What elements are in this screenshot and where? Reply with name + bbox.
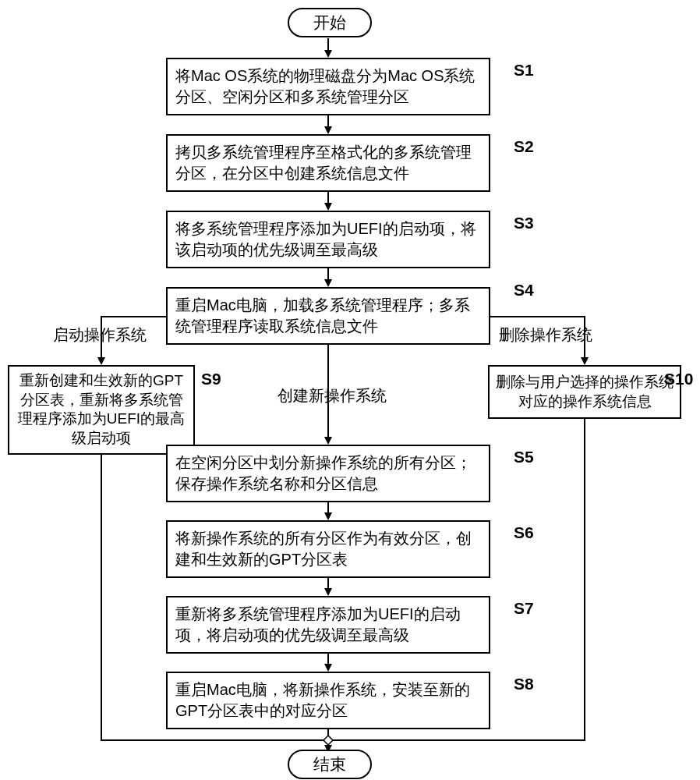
step-s5: 在空闲分区中划分新操作系统的所有分区；保存操作系统名称和分区信息 <box>166 445 490 502</box>
step-s1: 将Mac OS系统的物理磁盘分为Mac OS系统分区、空闲分区和多系统管理分区 <box>166 58 490 115</box>
step-label-s1: S1 <box>514 61 534 80</box>
step-label-s2: S2 <box>514 137 534 156</box>
step-label-s7: S7 <box>514 599 534 618</box>
branch-label-boot: 启动操作系统 <box>53 324 147 346</box>
terminal-end: 结束 <box>288 750 372 779</box>
svg-marker-9 <box>323 736 333 745</box>
step-s2: 拷贝多系统管理程序至格式化的多系统管理分区，在分区中创建系统信息文件 <box>166 134 490 192</box>
step-s4: 重启Mac电脑，加载多系统管理程序；多系统管理程序读取系统信息文件 <box>166 287 490 345</box>
step-label-s4: S4 <box>514 281 534 300</box>
step-label-s10: S10 <box>664 370 693 388</box>
terminal-start: 开始 <box>288 8 372 37</box>
branch-label-delete: 删除操作系统 <box>499 324 592 346</box>
step-label-s8: S8 <box>514 675 534 693</box>
step-label-s9: S9 <box>201 370 221 388</box>
flowchart-canvas: 开始 将Mac OS系统的物理磁盘分为Mac OS系统分区、空闲分区和多系统管理… <box>0 0 700 780</box>
step-label-s6: S6 <box>514 523 534 542</box>
step-s6: 将新操作系统的所有分区作为有效分区，创建和生效新的GPT分区表 <box>166 520 490 578</box>
step-label-s5: S5 <box>514 448 534 466</box>
step-label-s3: S3 <box>514 214 534 232</box>
branch-label-create: 创建新操作系统 <box>278 385 387 406</box>
step-s8: 重启Mac电脑，将新操作系统，安装至新的GPT分区表中的对应分区 <box>166 672 490 729</box>
step-s10: 删除与用户选择的操作系统对应的操作系统信息 <box>488 365 681 419</box>
step-s7: 重新将多系统管理程序添加为UEFI的启动项，将启动项的优先级调至最高级 <box>166 596 490 654</box>
step-s9: 重新创建和生效新的GPT分区表，重新将多系统管理程序添加为UEFI的最高级启动项 <box>8 365 195 455</box>
step-s3: 将多系统管理程序添加为UEFI的启动项，将该启动项的优先级调至最高级 <box>166 211 490 268</box>
